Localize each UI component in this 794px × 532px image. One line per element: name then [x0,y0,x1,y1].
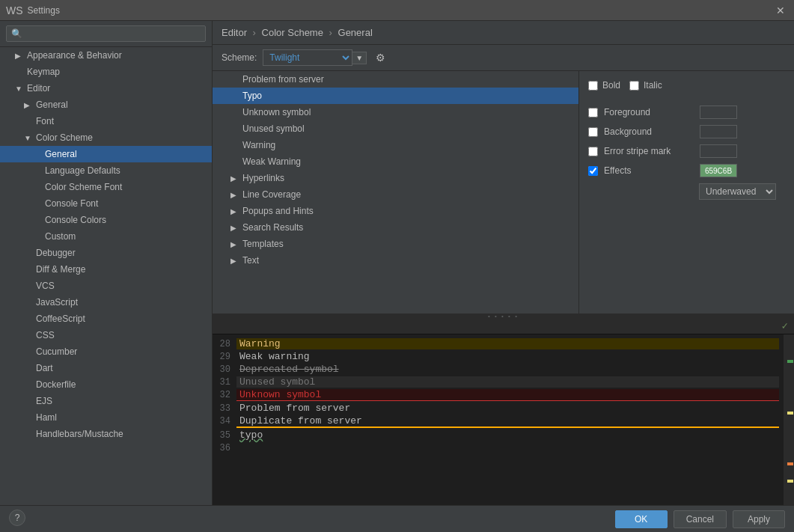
sidebar-item-custom[interactable]: Custom [0,228,212,245]
effects-color-value: 659C6B [705,167,732,175]
close-button[interactable]: ✕ [773,3,788,18]
sidebar-item-label: Keymap [27,67,60,77]
foreground-swatch[interactable] [700,106,737,119]
main-container: ▶ Appearance & Behavior Keymap ▼ Editor … [0,21,794,505]
sidebar-item-debugger[interactable]: Debugger [0,245,212,261]
sidebar-item-console-font[interactable]: Console Font [0,195,212,212]
sidebar-item-general[interactable]: ▶ General [0,97,212,113]
sidebar-item-keymap[interactable]: Keymap [0,64,212,80]
bold-checkbox[interactable] [588,81,598,91]
settings-item-search-results[interactable]: ▶ Search Results [213,219,578,236]
settings-item-text[interactable]: ▶ Text [213,252,578,269]
sidebar-item-editor[interactable]: ▼ Editor [0,80,212,97]
settings-item-label: Line Coverage [242,189,301,200]
search-input[interactable] [6,25,206,42]
scheme-gear-button[interactable]: ⚙ [373,50,388,65]
sidebar-item-colorscheme[interactable]: ▼ Color Scheme [0,129,212,146]
sidebar-item-handlebars[interactable]: Handlebars/Mustache [0,426,212,442]
sidebar-item-label: Color Scheme [36,132,93,143]
sidebar-item-cucumber[interactable]: Cucumber [0,343,212,360]
sidebar-item-label: Language Defaults [45,165,120,176]
error-stripe-label[interactable]: Error stripe mark [604,146,694,156]
split-pane: Problem from server Typo Unknown symbol … [213,71,794,314]
settings-item-warning[interactable]: Warning [213,137,578,153]
line-number: 32 [213,389,236,400]
settings-item-hyperlinks[interactable]: ▶ Hyperlinks [213,170,578,186]
sidebar-item-label: Handlebars/Mustache [36,429,123,439]
check-icon: ✓ [782,319,788,332]
line-content: Deprecated symbol [236,364,779,375]
help-button[interactable]: ? [9,510,25,526]
line-content: typo [236,429,779,441]
error-stripe-swatch[interactable] [700,144,737,158]
scheme-dropdown-button[interactable]: ▼ [352,52,367,64]
bold-row: Bold [588,80,620,91]
settings-item-label: Popups and Hints [242,206,314,216]
effects-type-select[interactable]: Underwaved Bordered Box Rounded Box Stri… [699,183,776,200]
settings-item-unused-symbol[interactable]: Unused symbol [213,120,578,137]
right-scrollbar[interactable] [784,334,794,505]
code-preview: 28 Warning 29 Weak warning 30 Deprecated… [213,334,794,457]
sidebar-item-vcs[interactable]: VCS [0,278,212,294]
sidebar-item-ejs[interactable]: EJS [0,393,212,409]
title-bar: WS Settings ✕ [0,0,794,21]
error-stripe-row: Error stripe mark [588,144,785,158]
settings-item-problem-from-server[interactable]: Problem from server [213,71,578,88]
scheme-label: Scheme: [222,52,257,63]
effects-label[interactable]: Effects [604,165,694,176]
line-number: 35 [213,429,236,441]
sidebar-item-console-colors[interactable]: Console Colors [0,212,212,228]
settings-item-weak-warning[interactable]: Weak Warning [213,153,578,170]
sidebar-item-haml[interactable]: Haml [0,409,212,426]
expand-icon: ▶ [15,52,24,60]
settings-item-popups[interactable]: ▶ Popups and Hints [213,203,578,219]
settings-list-pane: Problem from server Typo Unknown symbol … [213,71,579,314]
line-number: 34 [213,415,236,426]
sidebar-item-lang-defaults[interactable]: Language Defaults [0,162,212,179]
sidebar-item-general-cs[interactable]: General [0,146,212,162]
settings-item-line-coverage[interactable]: ▶ Line Coverage [213,186,578,203]
settings-item-label: Weak Warning [242,156,301,167]
settings-item-unknown-symbol[interactable]: Unknown symbol [213,104,578,120]
italic-label[interactable]: Italic [644,80,662,91]
sidebar-item-coffeescript[interactable]: CoffeeScript [0,311,212,327]
background-label[interactable]: Background [604,126,694,137]
effects-checkbox[interactable] [588,166,598,176]
foreground-checkbox[interactable] [588,108,598,117]
sidebar-item-font[interactable]: Font [0,113,212,129]
sidebar-item-label: General [45,149,77,159]
scroll-marker-yellow [787,412,793,415]
sidebar-item-dockerfile[interactable]: Dockerfile [0,376,212,393]
sidebar-item-appearance[interactable]: ▶ Appearance & Behavior [0,47,212,64]
bold-label[interactable]: Bold [602,80,620,91]
foreground-label[interactable]: Foreground [604,107,694,117]
sidebar-item-css[interactable]: CSS [0,327,212,343]
line-number: 36 [213,442,236,453]
background-checkbox[interactable] [588,127,598,137]
scheme-bar: Scheme: Twilight ▼ ⚙ [213,45,794,71]
color-settings-pane: Bold Italic Foreground Background [579,71,794,314]
line-number: 31 [213,376,236,388]
sidebar-item-dart[interactable]: Dart [0,360,212,376]
effects-swatch[interactable]: 659C6B [700,164,737,177]
italic-checkbox[interactable] [629,81,639,91]
font-style-row: Bold Italic [588,80,785,97]
sidebar-item-diff-merge[interactable]: Diff & Merge [0,261,212,278]
background-swatch[interactable] [700,125,737,138]
cancel-button[interactable]: Cancel [674,510,727,528]
expand-icon: ▶ [230,224,238,232]
line-number: 30 [213,364,236,375]
sidebar-item-javascript[interactable]: JavaScript [0,294,212,311]
sidebar-item-cs-font[interactable]: Color Scheme Font [0,179,212,195]
foreground-row: Foreground [588,106,785,119]
apply-button[interactable]: Apply [733,510,785,528]
sidebar-item-label: Haml [36,412,57,423]
settings-item-typo[interactable]: Typo [213,88,578,104]
settings-item-label: Templates [242,239,284,249]
line-number: 33 [213,403,236,414]
error-stripe-checkbox[interactable] [588,147,598,156]
scheme-select[interactable]: Twilight [263,49,352,66]
settings-item-templates[interactable]: ▶ Templates [213,236,578,252]
ok-button[interactable]: OK [615,510,668,528]
code-line-34: 34 Duplicate from server [213,415,779,429]
